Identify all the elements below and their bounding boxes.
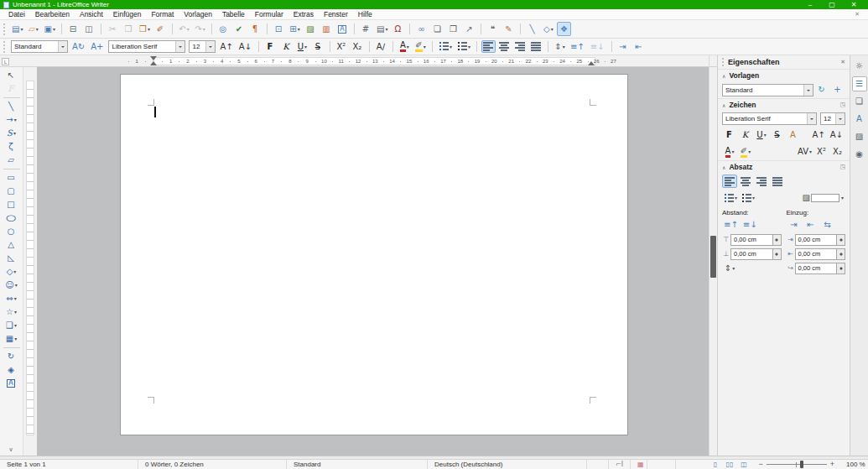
- font-color-button[interactable]: A▾: [722, 145, 737, 159]
- sidebar-grip[interactable]: [722, 58, 725, 66]
- menu-item[interactable]: Formular: [250, 9, 288, 20]
- tab-sidebar-settings[interactable]: ☼: [852, 59, 867, 74]
- spin-stepper[interactable]: [773, 248, 782, 260]
- block-arrows-tool[interactable]: ⇔▾: [3, 292, 20, 305]
- menu-item[interactable]: Einfügen: [108, 9, 147, 20]
- toolbar-button[interactable]: [61, 23, 62, 34]
- tab-properties[interactable]: ☰: [852, 76, 867, 91]
- vertical-scrollbar[interactable]: [709, 55, 717, 456]
- align-justify-button[interactable]: [770, 175, 785, 188]
- scrollbar-thumb[interactable]: [710, 236, 716, 278]
- line-spacing-button[interactable]: ⇕▾: [553, 40, 567, 53]
- circle-tool[interactable]: ○: [3, 225, 20, 238]
- formatting-marks-button[interactable]: ¶: [248, 22, 262, 36]
- toolbar-grip[interactable]: [3, 23, 7, 35]
- decrease-paragraph-spacing-button[interactable]: ≡↓: [741, 218, 759, 232]
- menu-item[interactable]: Tabelle: [217, 9, 250, 20]
- spin-value[interactable]: 0,00 cm: [795, 263, 838, 274]
- find-replace-button[interactable]: ◎: [216, 22, 231, 36]
- toolbar-button[interactable]: [101, 23, 101, 34]
- multi-page-view-button[interactable]: ▯▯: [724, 460, 735, 469]
- menu-item[interactable]: Fenster: [319, 9, 353, 20]
- ruler-tab-selector[interactable]: L: [2, 58, 9, 65]
- curve-tool[interactable]: S▾: [3, 127, 20, 140]
- drawing-tool-button[interactable]: [3, 347, 20, 348]
- menu-item[interactable]: Ansicht: [75, 9, 108, 20]
- zoom-out-button[interactable]: −: [758, 461, 762, 468]
- drawing-tool-button[interactable]: [3, 169, 20, 169]
- update-style-button[interactable]: ↻: [814, 83, 829, 96]
- toolbar-button[interactable]: [432, 41, 433, 52]
- align-center-button[interactable]: [738, 175, 753, 188]
- track-changes-button[interactable]: ✎: [502, 22, 516, 36]
- insert-field-button[interactable]: ▤▾: [375, 22, 389, 36]
- vertical-ruler[interactable]: [23, 67, 37, 456]
- symbol-shapes-tool[interactable]: ☺▾: [3, 279, 20, 292]
- chevron-down-icon[interactable]: [205, 41, 215, 52]
- spin-value[interactable]: 0,00 cm: [795, 248, 838, 260]
- flowchart-tool[interactable]: ▦▾: [3, 332, 20, 346]
- increase-indent-button[interactable]: ⇥: [616, 40, 631, 53]
- decrease-font-size-button[interactable]: A↓: [829, 128, 845, 142]
- toolbar-button[interactable]: [211, 23, 212, 34]
- align-right-button[interactable]: [513, 40, 528, 53]
- highlight-color-button[interactable]: ✐▾: [413, 40, 428, 53]
- ellipse-tool[interactable]: ○: [3, 211, 20, 225]
- spin-stepper[interactable]: [837, 234, 845, 246]
- left-indent-marker[interactable]: [150, 58, 157, 65]
- book-view-button[interactable]: ◫: [738, 460, 749, 469]
- increase-font-size-button[interactable]: A↑: [811, 128, 828, 142]
- lines-and-arrows-tool[interactable]: →▾: [3, 113, 20, 127]
- text-language[interactable]: Deutsch (Deutschland): [428, 460, 587, 469]
- clear-formatting-button[interactable]: A∕: [374, 40, 388, 53]
- toolbar-button[interactable]: [481, 23, 481, 34]
- highlight-color-button[interactable]: ✐▾: [738, 145, 753, 159]
- selection-mode-icon[interactable]: ⌐I: [609, 460, 631, 469]
- basic-shapes-tool[interactable]: ◇▾: [3, 265, 20, 279]
- menu-item[interactable]: Extras: [288, 9, 319, 20]
- bold-button[interactable]: F: [722, 128, 737, 142]
- chevron-down-icon[interactable]: [175, 41, 185, 52]
- menu-item[interactable]: Datei: [3, 9, 30, 20]
- align-center-button[interactable]: [497, 40, 512, 53]
- font-size-combobox[interactable]: 12: [189, 40, 216, 53]
- rectangle-tool[interactable]: ▭: [3, 171, 20, 185]
- special-character-button[interactable]: Ω: [391, 22, 405, 36]
- font-name-combobox[interactable]: Liberation Serif: [108, 40, 185, 53]
- chevron-down-icon[interactable]: [58, 41, 67, 52]
- toolbar-button[interactable]: [548, 41, 548, 52]
- close-document-icon[interactable]: ✕: [855, 11, 865, 18]
- rotate-tool[interactable]: ↻: [3, 350, 20, 363]
- insert-endnote-button[interactable]: ❐: [446, 22, 460, 36]
- insert-hyperlink-button[interactable]: ∞: [414, 22, 429, 36]
- redo-button[interactable]: ↷▾: [193, 22, 207, 36]
- print-preview-button[interactable]: ◫: [82, 22, 96, 36]
- tab-styles[interactable]: A: [852, 112, 867, 127]
- font-color-button[interactable]: A▾: [398, 40, 412, 53]
- toolbar-button[interactable]: [392, 41, 393, 52]
- paste-button[interactable]: ❒▾: [138, 22, 152, 36]
- right-indent-marker[interactable]: [588, 58, 595, 65]
- character-spacing-button[interactable]: AV▾: [796, 145, 813, 159]
- select-tool[interactable]: ↖: [3, 69, 20, 82]
- zoom-level[interactable]: 100 %: [839, 460, 868, 469]
- decrease-indent-button[interactable]: ⇤: [803, 218, 819, 232]
- line-spacing-button[interactable]: ⇕ ▾: [722, 262, 737, 275]
- toolbar-button[interactable]: [354, 23, 355, 34]
- insert-chart-button[interactable]: ▥: [320, 22, 334, 36]
- align-left-button[interactable]: [722, 175, 737, 188]
- paragraph-style-combobox[interactable]: Standard: [722, 84, 813, 96]
- paragraph-background-color-button[interactable]: ▨ ▾: [801, 191, 845, 205]
- italic-button[interactable]: K: [279, 40, 294, 53]
- italic-button[interactable]: K: [738, 128, 753, 142]
- toolbar-button[interactable]: [172, 23, 173, 34]
- toolbar-button[interactable]: [476, 41, 477, 52]
- insert-image-button[interactable]: ▨: [304, 22, 318, 36]
- zoom-slider-thumb[interactable]: [800, 461, 803, 468]
- spelling-button[interactable]: ✔: [232, 22, 247, 36]
- subscript-button[interactable]: X₂: [830, 145, 845, 159]
- insert-text-box-button[interactable]: A: [335, 22, 350, 36]
- tab-page[interactable]: ❏: [852, 94, 867, 109]
- spin-stepper[interactable]: [837, 263, 845, 274]
- insert-line-button[interactable]: ╲: [525, 22, 539, 36]
